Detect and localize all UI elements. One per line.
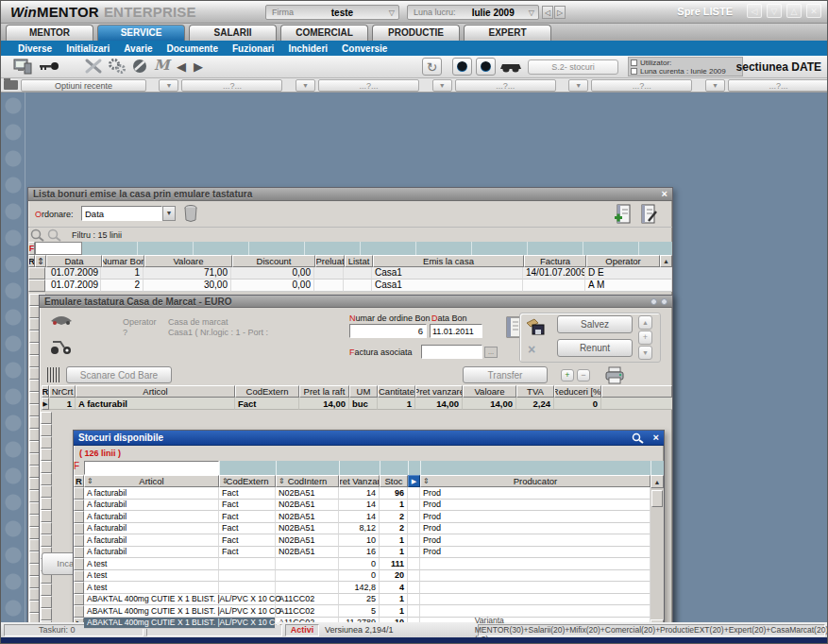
recent-option-button[interactable]: ...?...	[318, 79, 419, 92]
table-cell[interactable]: A11CC02	[276, 605, 339, 618]
table-row[interactable]: A facturabilFactN02BA518,122Prod	[74, 523, 651, 535]
search-icon[interactable]	[632, 432, 644, 444]
table-cell[interactable]	[408, 570, 420, 583]
table-row[interactable]: 01.07.2009171,000,00Casa114/01.07.2009D …	[28, 267, 672, 280]
row-selector[interactable]	[74, 534, 84, 547]
table-cell[interactable]	[420, 558, 651, 570]
table-cell[interactable]: A test	[84, 558, 219, 570]
table-cell[interactable]: 2	[380, 511, 408, 523]
table-cell[interactable]	[219, 570, 276, 583]
dropdown-arrow-icon[interactable]: ▼	[568, 79, 588, 92]
table-cell[interactable]: Fact	[219, 500, 276, 512]
row-selector[interactable]	[74, 570, 84, 583]
table-cell[interactable]: 14,00	[463, 398, 516, 410]
table-cell[interactable]	[420, 582, 651, 594]
row-selector[interactable]: ▶	[42, 398, 49, 410]
table-row[interactable]: A facturabilFactN02BA51101Prod	[74, 534, 651, 547]
table-cell[interactable]: 2	[101, 280, 144, 292]
row-selector[interactable]	[28, 267, 45, 280]
menu-initializari[interactable]: Initializari	[66, 43, 110, 54]
column-header-cantitate[interactable]: Cantitate	[378, 385, 415, 398]
binoculars-icon[interactable]	[500, 60, 521, 73]
table-cell[interactable]	[276, 558, 339, 570]
indicator-left-icon[interactable]	[452, 58, 472, 76]
table-cell[interactable]: 0,00	[231, 280, 314, 292]
scanare-cod-bare-button[interactable]: Scanare Cod Bare	[66, 366, 172, 383]
table-cell[interactable]: 14	[339, 487, 380, 500]
table-cell[interactable]: A M	[585, 280, 672, 292]
edit-document-icon[interactable]	[639, 203, 658, 226]
table-cell[interactable]: 10	[339, 534, 380, 547]
ordonare-dropdown-icon[interactable]: ▼	[162, 206, 176, 221]
row-selector[interactable]	[41, 473, 52, 485]
table-cell[interactable]: 1	[380, 605, 408, 618]
table-row[interactable]: A facturabilFactN02BA511496Prod	[74, 487, 651, 500]
column-header-discount[interactable]: Discount	[232, 255, 315, 267]
row-selector[interactable]	[74, 582, 84, 594]
table-cell[interactable]	[408, 523, 420, 535]
ordonare-select[interactable]: Data	[81, 206, 162, 221]
table-cell[interactable]: 25	[339, 594, 380, 606]
recent-option-button[interactable]: ...?...	[455, 79, 556, 92]
table-cell[interactable]: 0	[339, 570, 380, 583]
row-selector[interactable]	[41, 596, 52, 608]
window-option-dot-icon[interactable]	[661, 298, 667, 305]
filter-input[interactable]	[35, 242, 82, 255]
luna-prev-button[interactable]: ◁	[542, 6, 553, 19]
table-cell[interactable]: A facturabil	[84, 500, 219, 512]
column-header-data[interactable]: Data	[46, 255, 102, 267]
table-cell[interactable]: A facturabil	[76, 398, 235, 410]
table-cell[interactable]	[408, 487, 420, 500]
table-cell[interactable]: 8,12	[339, 523, 380, 535]
table-cell[interactable]	[408, 582, 420, 594]
zoom-in-icon[interactable]	[30, 229, 44, 242]
menu-fuzionari[interactable]: Fuzionari	[232, 43, 274, 54]
table-cell[interactable]	[408, 558, 420, 570]
table-cell[interactable]: N02BA51	[276, 511, 339, 523]
stocuri-filter-input[interactable]	[84, 461, 219, 475]
table-cell[interactable]	[344, 280, 372, 292]
dropdown-arrow-icon[interactable]: ▼	[296, 79, 315, 92]
row-selector[interactable]	[41, 436, 52, 449]
column-header-codextern[interactable]: ⇕CodExtern	[219, 475, 276, 487]
row-selector[interactable]	[41, 510, 52, 522]
menu-documente[interactable]: Documente	[166, 43, 217, 54]
stocuri-title-bar[interactable]: Stocuri disponibile ×	[74, 431, 664, 446]
add-row-icon[interactable]: +	[561, 369, 574, 381]
tools-icon[interactable]	[84, 58, 103, 75]
table-row[interactable]: 01.07.2009230,000,00Casa1A M	[28, 280, 672, 292]
table-cell[interactable]	[408, 500, 420, 512]
table-cell[interactable]: ABAKTAL 400mg CUTIE X 1 BLIST. |AL/PVC X…	[84, 618, 276, 630]
table-cell[interactable]: N02BA51	[276, 500, 339, 512]
column-header-um[interactable]: UM	[349, 385, 378, 398]
back-icon[interactable]: ◁	[747, 4, 762, 18]
table-cell[interactable]: 14	[339, 500, 380, 512]
tab-service[interactable]: SERVICE	[97, 25, 185, 41]
table-cell[interactable]: Fact	[219, 534, 276, 547]
tab-salarii[interactable]: SALARII	[189, 25, 277, 41]
add-document-icon[interactable]	[614, 203, 633, 226]
scroll-up-icon[interactable]: ▲	[651, 475, 664, 488]
remove-row-icon[interactable]: −	[577, 369, 590, 381]
row-selector[interactable]	[74, 558, 84, 570]
table-cell[interactable]: Prod	[420, 511, 651, 523]
utilizator-checkbox[interactable]	[631, 59, 637, 66]
table-cell[interactable]: A facturabil	[84, 511, 219, 523]
table-cell[interactable]: N02BA51	[276, 534, 339, 547]
row-selector[interactable]	[41, 424, 52, 436]
table-cell[interactable]: 16	[339, 547, 380, 559]
row-selector[interactable]	[41, 522, 52, 534]
table-cell[interactable]: 1	[101, 267, 144, 280]
salvez-button[interactable]: Salvez	[557, 315, 633, 333]
column-header-emis-la-casa[interactable]: Emis la casa	[373, 255, 524, 267]
factura-asociata-input[interactable]	[421, 345, 482, 359]
firma-field[interactable]: Firma teste ▽	[265, 5, 399, 20]
next-arrow-icon[interactable]: ▶	[194, 59, 203, 74]
table-cell[interactable]: 1	[380, 594, 408, 606]
row-selector[interactable]	[41, 461, 52, 473]
luna-next-button[interactable]: ▷	[554, 6, 566, 19]
table-cell[interactable]: N02BA51	[276, 487, 339, 500]
sort-icon[interactable]: ⇕	[279, 477, 285, 485]
s2-stocuri-button[interactable]: S.2- stocuri	[528, 59, 618, 75]
table-cell[interactable]: 96	[380, 487, 408, 500]
